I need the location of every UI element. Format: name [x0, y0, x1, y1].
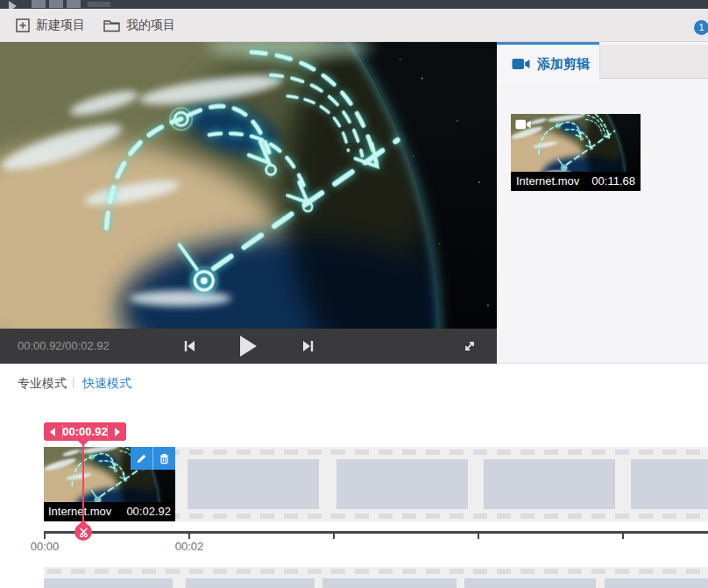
skip-start-button[interactable]: [178, 329, 201, 364]
transport-bar: 00:00.92/00:02.92: [0, 329, 497, 364]
clip-actions: [131, 447, 175, 470]
ruler-tick: [333, 534, 335, 539]
scissors-icon: [79, 528, 88, 537]
empty-frame-slot: [484, 459, 615, 509]
app-logo: [32, 0, 46, 8]
time-display: 00:00.92/00:02.92: [18, 329, 110, 364]
plus-square-icon: [16, 18, 30, 32]
notification-badge[interactable]: 1: [694, 20, 708, 35]
clip-label: Internet.mov 00:02.92: [44, 502, 175, 521]
fullscreen-button[interactable]: [458, 329, 481, 364]
empty-frame-slot: [188, 459, 319, 509]
playhead-line[interactable]: [82, 440, 84, 531]
media-item-label: Internet.mov 00:11.68: [511, 172, 641, 191]
ruler-tick: [188, 534, 190, 539]
media-item[interactable]: Internet.mov 00:11.68: [511, 114, 641, 191]
ruler-tick: [44, 534, 46, 539]
empty-frame-slot: [464, 578, 596, 588]
ruler-tick: [622, 534, 624, 539]
app-logo-icon: [9, 1, 17, 9]
media-name: Internet.mov: [516, 174, 579, 188]
clip-duration: 00:02.92: [126, 505, 171, 518]
clips-panel: 添加剪辑 Internet.mov 00:11.68: [497, 42, 708, 364]
skip-end-icon: [301, 338, 316, 354]
app-title-bar: [0, 0, 708, 9]
delete-clip-button[interactable]: [152, 447, 175, 470]
video-camera-icon: [512, 57, 530, 71]
media-duration: 00:11.68: [591, 174, 635, 188]
my-projects-button[interactable]: 我的项目: [103, 9, 175, 42]
skip-start-icon: [181, 338, 197, 354]
video-editor-app: 新建项目 我的项目 1: [0, 0, 708, 588]
edit-clip-button[interactable]: [131, 447, 152, 470]
new-project-button[interactable]: 新建项目: [16, 9, 85, 42]
earth-network-frame: [0, 42, 497, 329]
video-camera-icon: [515, 118, 531, 131]
empty-frame-slot: [186, 578, 315, 588]
timeline-track-audio: [44, 567, 708, 588]
play-icon: [237, 335, 258, 358]
timeline-clip[interactable]: Internet.mov 00:02.92: [44, 447, 175, 521]
mode-tabs: 专业模式 | 快速模式: [0, 364, 708, 399]
folder-icon: [103, 19, 120, 32]
my-projects-label: 我的项目: [126, 18, 175, 33]
new-project-label: 新建项目: [36, 18, 85, 33]
skip-end-button[interactable]: [297, 329, 320, 364]
bubble-pointer: [77, 440, 89, 446]
empty-frame-slot: [322, 578, 457, 588]
tab-professional-mode[interactable]: 专业模式: [18, 376, 67, 392]
playhead-time: 00:00.92: [44, 425, 126, 438]
pencil-icon: [136, 453, 147, 464]
playhead-scissors-handle[interactable]: [74, 523, 92, 541]
timeline-ruler[interactable]: [44, 531, 708, 534]
clip-name: Internet.mov: [48, 505, 111, 518]
empty-frame-slot: [44, 578, 173, 588]
empty-frame-slot: [336, 459, 468, 509]
tab-add-clip[interactable]: 添加剪辑: [497, 45, 599, 83]
play-button[interactable]: [235, 329, 261, 364]
playhead-time-bubble[interactable]: 00:00.92: [44, 422, 126, 441]
tab-strip-empty: [599, 45, 708, 79]
ruler-label-1: 00:02: [170, 540, 209, 553]
tab-quick-mode[interactable]: 快速模式: [82, 376, 131, 392]
empty-frame-slot: [605, 578, 708, 588]
ruler-tick: [478, 534, 479, 539]
ruler-label-0: 00:00: [25, 540, 64, 553]
project-toolbar: 新建项目 我的项目 1: [0, 9, 708, 42]
tab-add-clip-label: 添加剪辑: [537, 56, 590, 73]
video-preview[interactable]: [0, 42, 497, 329]
trash-icon: [159, 453, 170, 464]
fullscreen-icon: [461, 337, 478, 355]
mode-divider: |: [72, 375, 74, 388]
step-forward-icon[interactable]: [115, 428, 120, 436]
film-sprockets: [47, 569, 708, 574]
empty-frame-slot: [631, 459, 708, 509]
